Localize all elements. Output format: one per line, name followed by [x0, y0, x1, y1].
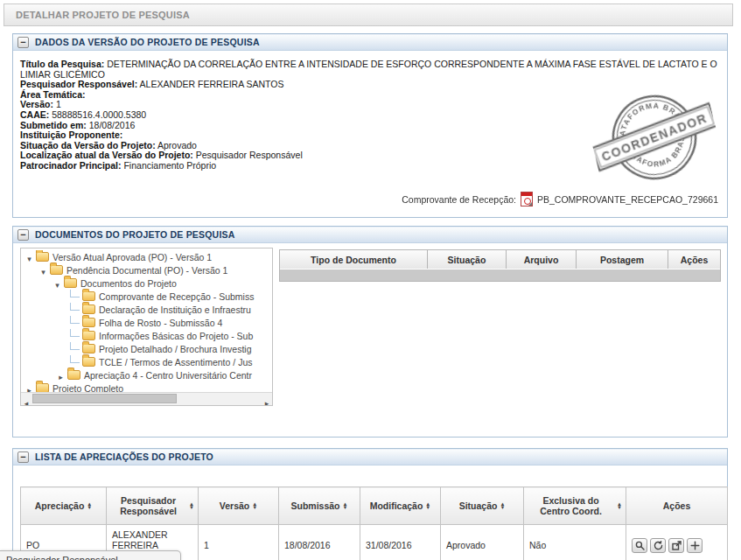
tree-item-label[interactable]: Projeto Detalhado / Brochura Investig — [99, 344, 252, 354]
documents-table: Tipo de Documento Situação Arquivo Posta… — [279, 249, 721, 282]
detail-search-button[interactable] — [632, 538, 647, 553]
tree-item[interactable]: Informações Básicas do Projeto - Sub — [21, 329, 272, 342]
scrollbar-thumb[interactable] — [32, 394, 177, 403]
header-pesquisador[interactable]: Pesquisador Responsável — [107, 487, 199, 525]
external-link-icon — [672, 541, 682, 550]
col-postagem: Postagem — [577, 250, 668, 269]
tree-item-label[interactable]: TCLE / Termos de Assentimento / Jus — [99, 357, 252, 368]
cell-exclusiva: Não — [524, 525, 626, 560]
comprovante-label: Comprovante de Recepção: — [402, 194, 516, 205]
scroll-right-icon[interactable] — [262, 394, 272, 404]
tree-horizontal-scrollbar[interactable] — [21, 392, 272, 405]
section-title: DADOS DA VERSÃO DO PROJETO DE PESQUISA — [35, 37, 260, 47]
tree-connector — [70, 342, 80, 350]
sort-icon[interactable] — [500, 502, 505, 509]
circular-arrow-icon — [654, 541, 663, 550]
collapse-section-icon[interactable] — [17, 229, 29, 241]
section-header-dados: DADOS DA VERSÃO DO PROJETO DE PESQUISA — [13, 34, 727, 51]
folder-icon — [82, 318, 95, 327]
tree-item-label[interactable]: Folha de Rosto - Submissão 4 — [99, 318, 222, 328]
tree-item-label[interactable]: Apreciação 4 - Centro Universitário Cent… — [84, 370, 252, 381]
tree-item-label[interactable]: Documentos do Projeto — [80, 278, 177, 289]
cell-versao: 1 — [199, 525, 279, 560]
sort-icon[interactable] — [343, 502, 348, 509]
comprovante-row: Comprovante de Recepção: PB_COMPROVANTE_… — [402, 192, 718, 206]
field-titulo: Título da Pesquisa: DETERMINAÇÃO DA CORR… — [20, 60, 720, 80]
scroll-left-icon[interactable] — [21, 394, 31, 404]
expand-button[interactable] — [668, 538, 684, 553]
tree-item[interactable]: Declaração de Instituição e Infraestru — [21, 303, 272, 316]
collapse-section-icon[interactable] — [17, 37, 29, 48]
tree-item[interactable]: Versão Atual Aprovada (PO) - Versão 1 — [21, 250, 272, 263]
header-versao[interactable]: Versão — [199, 487, 279, 525]
section-apreciacoes: LISTA DE APRECIAÇÕES DO PROJETO Apreciaç… — [12, 448, 728, 560]
tree-connector — [70, 290, 80, 298]
pdf-icon[interactable] — [521, 192, 533, 206]
tree-item-label[interactable]: Versão Atual Aprovada (PO) - Versão 1 — [52, 252, 212, 262]
folder-icon — [82, 357, 95, 367]
cell-modificacao: 31/08/2016 — [360, 525, 441, 560]
documents-tree-panel: Versão Atual Aprovada (PO) - Versão 1 Pe… — [20, 248, 273, 406]
folder-icon — [64, 278, 77, 288]
tree-item[interactable]: Projeto Detalhado / Brochura Investig — [21, 342, 272, 355]
add-button[interactable] — [687, 538, 703, 553]
magnifier-icon — [635, 541, 645, 550]
cell-acoes — [626, 525, 728, 560]
sort-icon[interactable] — [189, 502, 194, 509]
tree-item[interactable]: Apreciação 4 - Centro Universitário Cent… — [21, 368, 272, 382]
tree-item-label[interactable]: Pendência Documental (PO) - Versão 1 — [66, 265, 227, 276]
stamp-banner-text: COORDENADOR — [599, 110, 709, 164]
expander-closed-icon[interactable] — [24, 381, 34, 394]
header-modificacao[interactable]: Modificação — [360, 487, 441, 525]
section-header-documentos: DOCUMENTOS DO PROJETO DE PESQUISA — [13, 227, 727, 243]
expander-open-icon[interactable] — [38, 262, 48, 278]
sort-icon[interactable] — [617, 502, 622, 509]
tree-item[interactable]: Documentos do Projeto — [21, 276, 272, 290]
header-exclusiva[interactable]: Exclusiva do Centro Coord. — [524, 487, 626, 525]
page-title: DETALHAR PROJETO DE PESQUISA — [16, 10, 190, 20]
section-title: DOCUMENTOS DO PROJETO DE PESQUISA — [35, 229, 235, 240]
sort-icon[interactable] — [252, 502, 257, 509]
field-pesquisador: Pesquisador Responsável: ALEXANDER FERRE… — [20, 80, 720, 90]
expander-open-icon[interactable] — [24, 250, 34, 265]
folder-icon — [67, 370, 80, 380]
tree-connector — [70, 303, 80, 311]
tree-connector — [70, 329, 80, 337]
collapse-section-icon[interactable] — [17, 452, 29, 463]
sort-icon[interactable] — [425, 502, 430, 509]
tree-item[interactable]: Folha de Rosto - Submissão 4 — [21, 316, 272, 329]
section-header-apreciacoes: LISTA DE APRECIAÇÕES DO PROJETO — [13, 449, 727, 466]
section-documentos: DOCUMENTOS DO PROJETO DE PESQUISA Versão… — [12, 226, 728, 438]
expander-closed-icon[interactable] — [56, 368, 66, 383]
col-situacao: Situação — [428, 250, 507, 269]
apreciacoes-table: Apreciação Pesquisador Responsável Versã… — [20, 486, 728, 560]
documents-tree: Versão Atual Aprovada (PO) - Versão 1 Pe… — [21, 250, 272, 393]
tree-item-label[interactable]: Declaração de Instituição e Infraestru — [99, 304, 251, 315]
header-situacao[interactable]: Situação — [441, 487, 524, 525]
header-submissao[interactable]: Submissão — [279, 487, 360, 525]
tree-item[interactable]: Comprovante de Recepção - Submiss — [21, 290, 272, 303]
folder-icon — [82, 331, 95, 340]
cell-situacao: Aprovado — [441, 525, 524, 560]
history-button[interactable] — [650, 538, 666, 553]
folder-icon — [82, 304, 95, 314]
tree-item-label[interactable]: Informações Básicas do Projeto - Sub — [99, 331, 253, 341]
detalhar-projeto-page: DETALHAR PROJETO DE PESQUISA DADOS DA VE… — [0, 0, 741, 560]
status-tooltip: Pesquisador Responsável — [0, 550, 181, 560]
tree-connector — [70, 316, 80, 324]
plus-icon — [690, 541, 700, 550]
tree-connector — [70, 355, 80, 363]
page-title-bar: DETALHAR PROJETO DE PESQUISA — [3, 4, 733, 26]
expander-open-icon[interactable] — [52, 276, 62, 291]
comprovante-file-link[interactable]: PB_COMPROVANTE_RECEPCAO_729661 — [537, 194, 718, 205]
header-apreciacao[interactable]: Apreciação — [21, 487, 107, 525]
tree-item[interactable]: Pendência Documental (PO) - Versão 1 — [21, 263, 272, 276]
header-acoes: Ações — [626, 487, 728, 525]
col-tipo-documento: Tipo de Documento — [280, 250, 428, 269]
apreciacoes-header-row: Apreciação Pesquisador Responsável Versã… — [21, 487, 728, 525]
folder-icon — [36, 252, 49, 262]
tree-item-label[interactable]: Comprovante de Recepção - Submiss — [99, 291, 254, 302]
sort-icon[interactable] — [87, 502, 92, 509]
section-dados-versao: DADOS DA VERSÃO DO PROJETO DE PESQUISA T… — [12, 33, 728, 218]
folder-icon — [82, 344, 95, 354]
